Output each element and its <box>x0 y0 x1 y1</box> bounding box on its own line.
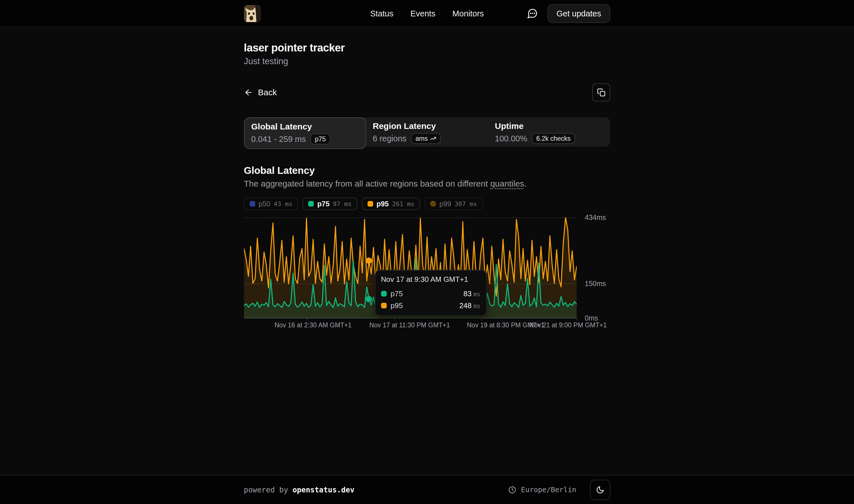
feedback-button[interactable] <box>527 8 538 19</box>
page-title: laser pointer tracker <box>244 42 610 54</box>
nav-links: Status Events Monitors <box>370 9 484 18</box>
tab-region-latency[interactable]: Region Latency 6 regions ams <box>366 117 488 149</box>
message-bubble-icon <box>527 8 538 19</box>
footer: powered by openstatus.dev Europe/Berlin <box>0 475 854 504</box>
nav-link-monitors[interactable]: Monitors <box>452 9 484 18</box>
y-axis-label-mid: 150ms <box>585 280 606 288</box>
tab-global-latency[interactable]: Global Latency 0.041 - 259 ms p75 <box>244 117 366 149</box>
quantiles-link[interactable]: quantiles <box>490 179 524 188</box>
x-axis-label-2: Nov 17 at 11:30 PM GMT+1 <box>369 321 450 329</box>
tooltip-row-p75: p75 83ms <box>381 288 480 300</box>
copy-button[interactable] <box>592 84 610 102</box>
legend-p75[interactable]: p75 97 ms <box>303 198 357 210</box>
chart-tooltip: Nov 17 at 9:30 AM GMT+1 p75 83ms p95 248… <box>375 270 487 316</box>
tab-uptime[interactable]: Uptime 100.00% 6.2k checks <box>488 117 610 149</box>
copy-icon <box>597 88 605 97</box>
page: Status Events Monitors Get updates laser… <box>0 0 854 504</box>
timezone-label: Europe/Berlin <box>521 486 576 494</box>
y-axis-label-zero: 0ms <box>585 314 598 322</box>
trending-up-icon <box>430 136 436 142</box>
tooltip-p95-chip <box>381 303 387 308</box>
chart-legend: p50 43 ms p75 97 ms p95 261 ms p99 307 m… <box>244 198 610 210</box>
nav-link-status[interactable]: Status <box>370 9 393 18</box>
nav-link-events[interactable]: Events <box>411 9 436 18</box>
p75-badge: p75 <box>310 134 330 144</box>
ams-badge: ams <box>411 133 441 144</box>
get-updates-button[interactable]: Get updates <box>548 4 610 23</box>
top-nav: Status Events Monitors Get updates <box>0 0 854 27</box>
marker-dot-p95 <box>366 257 372 264</box>
y-axis-label-max: 434ms <box>585 213 606 222</box>
p95-chip <box>367 201 373 206</box>
x-axis-label-1: Nov 16 at 2:30 AM GMT+1 <box>274 321 352 329</box>
marker-dot-p75 <box>366 296 372 302</box>
section-description: The aggregated latency from all active r… <box>244 179 610 188</box>
summary-tabs: Global Latency 0.041 - 259 ms p75 Region… <box>244 117 610 147</box>
p99-chip <box>430 201 436 206</box>
x-axis-label-4: Nov 21 at 9:00 PM GMT+1 <box>529 321 607 329</box>
avatar[interactable] <box>244 5 261 22</box>
p75-chip <box>308 201 314 206</box>
main-content: laser pointer tracker Just testing Back … <box>244 42 610 329</box>
p50-chip <box>250 201 255 206</box>
tooltip-row-p95: p95 248ms <box>381 300 480 311</box>
cat-avatar-image <box>244 5 261 22</box>
tooltip-p75-chip <box>381 291 387 296</box>
chart-plot-area: Nov 17 at 9:30 AM GMT+1 p75 83ms p95 248… <box>244 217 577 318</box>
arrow-left-icon <box>244 88 253 97</box>
theme-toggle-button[interactable] <box>590 480 610 500</box>
moon-icon <box>596 486 604 494</box>
tooltip-timestamp: Nov 17 at 9:30 AM GMT+1 <box>381 275 480 284</box>
clock-icon <box>508 486 516 494</box>
latency-chart[interactable]: Nov 17 at 9:30 AM GMT+1 p75 83ms p95 248… <box>244 213 610 329</box>
legend-p99[interactable]: p99 307 ms <box>424 198 483 210</box>
page-subtitle: Just testing <box>244 56 610 67</box>
powered-by: powered by openstatus.dev <box>244 486 355 494</box>
section-title: Global Latency <box>244 165 610 176</box>
checks-badge: 6.2k checks <box>532 133 575 144</box>
legend-p50[interactable]: p50 43 ms <box>244 198 298 210</box>
openstatus-link[interactable]: openstatus.dev <box>293 486 355 494</box>
back-link[interactable]: Back <box>244 88 277 97</box>
legend-p95[interactable]: p95 261 ms <box>362 198 420 210</box>
